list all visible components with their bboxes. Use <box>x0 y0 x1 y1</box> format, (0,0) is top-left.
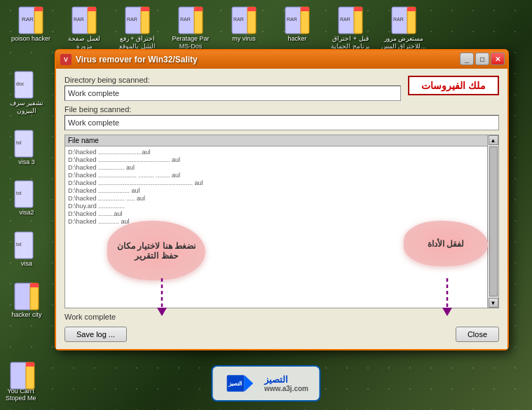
svg-text:RAR: RAR <box>180 17 191 22</box>
log-line: D:\hacked ...................... .......… <box>68 172 496 179</box>
icon-visa2[interactable]: txt visa2 <box>3 179 50 217</box>
dialog-controls: _ □ ✕ <box>460 53 505 65</box>
icon-browser-hack[interactable]: RAR مستعرض مرور للاختراق المس... <box>380 6 428 50</box>
svg-rect-30 <box>407 7 416 11</box>
svg-text:doc: doc <box>16 81 25 86</box>
save-log-button[interactable]: Save log ... <box>64 327 127 342</box>
scroll-down-arrow[interactable]: ▼ <box>489 298 498 308</box>
svg-text:RAR: RAR <box>340 17 350 22</box>
scroll-thumb[interactable] <box>489 146 498 296</box>
file-label: File being scanned: <box>64 105 499 114</box>
dialog-body: Directory being scanned: Work complete م… <box>56 69 507 349</box>
scroll-up-arrow[interactable]: ▲ <box>489 135 498 145</box>
close-window-button[interactable]: ✕ <box>491 53 505 65</box>
icon-visa[interactable]: txt visa <box>3 231 50 268</box>
svg-rect-22 <box>301 7 309 11</box>
icon-fake-page[interactable]: RAR لعمل صفحة مزورة <box>60 6 108 50</box>
dialog-footer: Save log ... Close <box>64 327 499 342</box>
directory-label: Directory being scanned: <box>64 76 401 84</box>
log-line: D:\hacked .........................aul <box>68 149 496 156</box>
svg-text:RAR: RAR <box>127 17 137 22</box>
scrollbar[interactable]: ▲ ▼ <box>487 135 498 308</box>
file-section: File being scanned: Work complete <box>64 105 499 130</box>
svg-rect-14 <box>194 7 203 11</box>
directory-row: Directory being scanned: Work complete م… <box>64 76 499 101</box>
svg-rect-42 <box>30 283 39 287</box>
close-button[interactable]: Close <box>456 327 499 342</box>
dialog-titlebar: V Virus remover for Win32/Sality _ □ ✕ <box>56 50 507 69</box>
icon-poison-hacker[interactable]: RAR poison hacker <box>7 6 55 43</box>
watermark-site: www.a3j.com <box>264 385 308 392</box>
svg-rect-52 <box>26 362 34 367</box>
watermark-logo-icon: التصيز <box>224 369 259 397</box>
maliki-box: ملك الفيروسات <box>408 76 499 95</box>
svg-rect-26 <box>354 7 362 11</box>
minimize-button[interactable]: _ <box>460 53 474 65</box>
log-line: D:\hacked .........aul <box>68 210 496 217</box>
svg-text:txt: txt <box>16 242 21 247</box>
svg-rect-6 <box>88 7 96 11</box>
log-line: D:\hacked ..............................… <box>68 179 496 186</box>
log-line: D:\hacked ............ aul <box>68 218 496 225</box>
icon-encrypt[interactable]: doc تشفير سرف البيزون <box>3 70 50 115</box>
svg-marker-48 <box>244 375 253 391</box>
icon-hack-upload[interactable]: RAR اختراق + رفع الشل بالموقع <box>114 6 161 50</box>
icon-hacker-city[interactable]: hacker city <box>3 282 50 319</box>
log-area: File name D:\hacked ....................… <box>64 135 499 308</box>
directory-section: Directory being scanned: Work complete م… <box>64 76 499 101</box>
svg-text:التصيز: التصيز <box>228 381 242 387</box>
file-field: Work complete <box>64 115 499 130</box>
dialog-title: Virus remover for Win32/Sality <box>76 55 198 64</box>
svg-rect-2 <box>34 7 43 11</box>
svg-text:RAR: RAR <box>287 17 297 22</box>
icon-visa3[interactable]: txt visa 3 <box>3 129 50 166</box>
log-line: D:\hacked ..............................… <box>68 156 496 163</box>
svg-text:RAR: RAR <box>393 17 404 22</box>
svg-text:RAR: RAR <box>233 17 244 22</box>
log-line: D:\hacked .................. aul <box>68 187 496 194</box>
desktop-left-icons: doc تشفير سرف البيزون txt visa 3 txt vis <box>3 70 50 319</box>
svg-rect-18 <box>247 7 256 11</box>
svg-rect-10 <box>141 7 149 11</box>
log-body: D:\hacked .........................aul D… <box>65 146 498 308</box>
watermark: التصيز التصيز www.a3j.com <box>211 365 321 402</box>
icon-hack-protection[interactable]: RAR قبل + اختراق برنامج الحماية <box>327 6 374 50</box>
log-line: D:\huy.ard ............... <box>68 203 496 210</box>
watermark-label: التصيز <box>264 374 308 385</box>
icon-ms-dos[interactable]: RAR Peratage Par MS-Dos <box>167 6 214 50</box>
log-header: File name <box>65 135 498 146</box>
maximize-button[interactable]: □ <box>475 53 489 65</box>
icon-my-virus[interactable]: RAR my virus <box>220 6 268 43</box>
svg-text:RAR: RAR <box>22 16 34 22</box>
dialog-title-icon: V <box>60 54 71 65</box>
status-bar: Work complete <box>64 311 499 322</box>
svg-text:txt: txt <box>16 191 21 196</box>
log-line: D:\hacked ............... ..... aul <box>68 195 496 202</box>
svg-text:RAR: RAR <box>74 17 84 22</box>
dialog-window: V Virus remover for Win32/Sality _ □ ✕ D… <box>55 49 509 350</box>
svg-text:txt: txt <box>16 140 21 145</box>
directory-field: Work complete <box>64 86 401 101</box>
desktop-top-icons: RAR poison hacker RAR لعمل صفحة مزورة <box>0 0 532 56</box>
desktop: RAR poison hacker RAR لعمل صفحة مزورة <box>0 0 532 410</box>
bottom-left-label: You Can'tStoped Me <box>6 361 36 402</box>
directory-field-container: Directory being scanned: Work complete <box>64 76 401 101</box>
icon-hacker[interactable]: RAR hacker <box>273 6 321 43</box>
log-line: D:\hacked ............... aul <box>68 164 496 171</box>
